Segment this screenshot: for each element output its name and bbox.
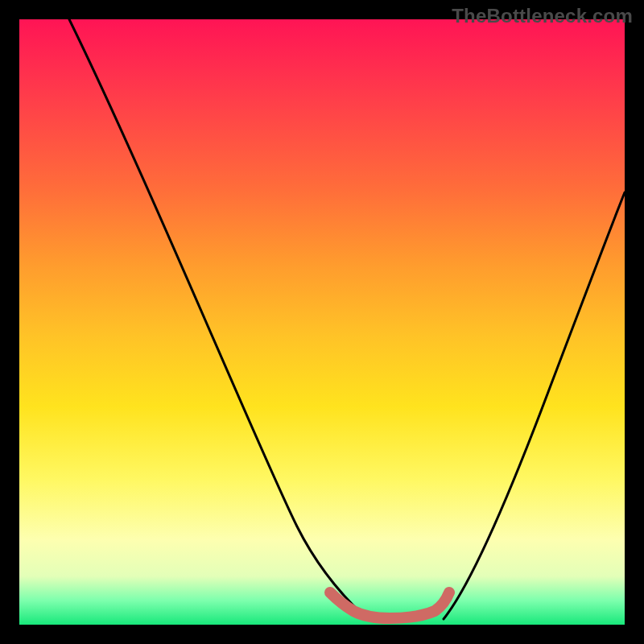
curve-layer: [19, 19, 625, 625]
valley-marker: [330, 592, 449, 618]
right-curve: [444, 192, 625, 619]
left-curve: [69, 19, 367, 619]
chart-container: TheBottleneck.com: [0, 0, 644, 644]
watermark-text: TheBottleneck.com: [452, 5, 633, 27]
plot-area: [19, 19, 625, 625]
